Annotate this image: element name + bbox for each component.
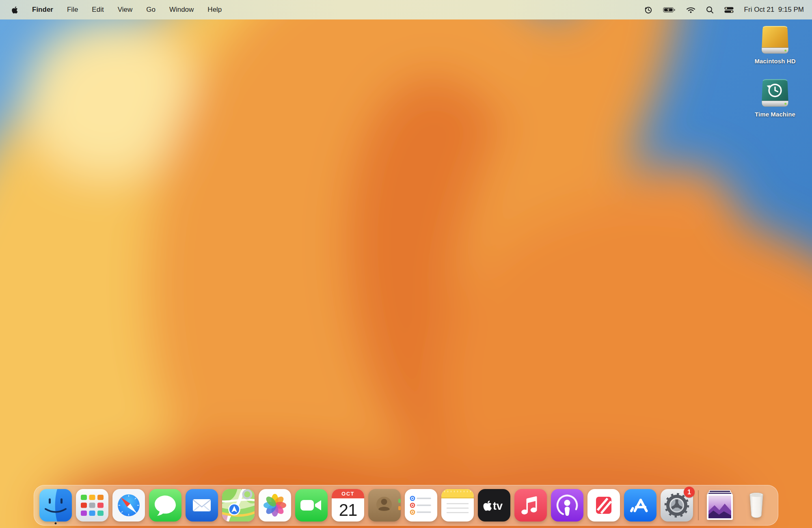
podcasts-icon <box>551 489 583 522</box>
dock-separator <box>697 490 700 520</box>
dock-mail[interactable] <box>186 486 218 525</box>
dock-finder[interactable] <box>39 486 72 525</box>
dock-app-store[interactable] <box>624 486 657 525</box>
apple-menu-icon[interactable] <box>11 6 18 14</box>
dock-reminders[interactable] <box>405 486 437 525</box>
menu-edit[interactable]: Edit <box>92 6 104 14</box>
launchpad-icon <box>76 489 108 522</box>
desktop-icon-label: Macintosh HD <box>754 58 795 65</box>
desktop-icon-label: Time Machine <box>755 111 795 118</box>
dock-facetime[interactable] <box>295 486 328 525</box>
menu-help[interactable]: Help <box>207 6 222 14</box>
dock-notes[interactable] <box>441 486 474 525</box>
menubar-clock[interactable]: Fri Oct 21 9:15 PM <box>744 6 804 14</box>
spotlight-search-icon[interactable] <box>706 6 714 14</box>
menu-file[interactable]: File <box>67 6 78 14</box>
desktop-icon-column: Macintosh HD Time Machine <box>749 25 801 118</box>
calendar-day: 21 <box>332 498 364 522</box>
facetime-icon <box>295 489 328 522</box>
messages-icon <box>149 489 181 522</box>
finder-running-indicator <box>55 522 57 524</box>
battery-charging-icon[interactable] <box>663 7 676 13</box>
desktop-wallpaper <box>0 0 812 528</box>
dock-system-settings[interactable]: 1 <box>661 486 693 525</box>
control-center-icon[interactable] <box>724 7 734 13</box>
apple-tv-icon: tv <box>478 489 510 522</box>
hard-drive-icon <box>759 25 791 56</box>
desktop-icon-time-machine[interactable]: Time Machine <box>755 78 795 118</box>
dock-minimized-window[interactable] <box>704 486 736 525</box>
minimized-window-icon <box>704 489 736 522</box>
dock-news[interactable] <box>587 486 620 525</box>
news-icon <box>587 489 620 522</box>
dock-trash[interactable] <box>740 486 773 525</box>
time-machine-drive-icon <box>759 78 791 109</box>
desktop-icon-macintosh-hd[interactable]: Macintosh HD <box>754 25 795 65</box>
music-icon <box>514 489 547 522</box>
safari-icon <box>112 489 145 522</box>
app-store-icon <box>624 489 657 522</box>
dock-podcasts[interactable] <box>551 486 583 525</box>
dock-launchpad[interactable] <box>76 486 108 525</box>
menu-view[interactable]: View <box>118 6 133 14</box>
menu-bar: Finder File Edit View Go Window Help <box>0 0 812 19</box>
calendar-icon: OCT 21 <box>332 489 364 522</box>
photos-icon <box>259 489 291 522</box>
dock-contacts[interactable] <box>368 486 401 525</box>
dock-music[interactable] <box>514 486 547 525</box>
menu-go[interactable]: Go <box>146 6 155 14</box>
dock-safari[interactable] <box>112 486 145 525</box>
dock: OCT 21 <box>34 485 778 526</box>
wifi-icon[interactable] <box>686 6 695 13</box>
dock-messages[interactable] <box>149 486 181 525</box>
dock-calendar[interactable]: OCT 21 <box>332 486 364 525</box>
mail-icon <box>186 489 218 522</box>
time-machine-icon[interactable] <box>644 6 652 14</box>
notification-badge: 1 <box>684 487 695 498</box>
contacts-icon <box>368 489 401 522</box>
tv-logo-text: tv <box>493 500 503 512</box>
dock-photos[interactable] <box>259 486 291 525</box>
notes-icon <box>441 489 474 522</box>
dock-maps[interactable] <box>222 486 255 525</box>
finder-icon <box>39 489 72 522</box>
calendar-month: OCT <box>332 489 364 498</box>
reminders-icon <box>405 489 437 522</box>
dock-tv[interactable]: tv <box>478 486 510 525</box>
trash-icon <box>740 489 773 522</box>
menu-finder[interactable]: Finder <box>32 6 53 14</box>
maps-icon <box>222 489 255 522</box>
menu-window[interactable]: Window <box>169 6 194 14</box>
